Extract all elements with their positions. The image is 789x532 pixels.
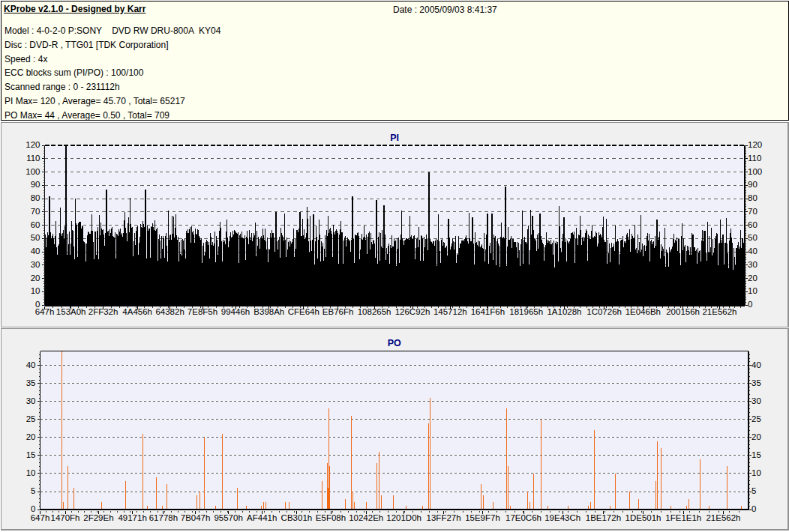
svg-text:1DE501h: 1DE501h <box>626 513 662 522</box>
svg-text:AF441h: AF441h <box>247 513 277 522</box>
svg-text:108265h: 108265h <box>358 307 392 316</box>
svg-text:1641F6h: 1641F6h <box>471 307 505 316</box>
svg-text:20: 20 <box>752 432 761 441</box>
svg-text:30: 30 <box>748 260 758 269</box>
svg-text:20: 20 <box>31 273 40 282</box>
svg-text:E5F08h: E5F08h <box>316 513 346 522</box>
svg-text:17E0C6h: 17E0C6h <box>506 513 542 522</box>
svg-text:110: 110 <box>748 154 761 163</box>
svg-text:1FE1E1h: 1FE1E1h <box>665 513 701 522</box>
svg-text:25: 25 <box>752 414 761 423</box>
svg-text:CFE64h: CFE64h <box>288 307 320 316</box>
svg-text:70: 70 <box>31 207 40 216</box>
svg-text:1E046Bh: 1E046Bh <box>626 307 661 316</box>
svg-text:13FF27h: 13FF27h <box>427 513 461 522</box>
svg-text:30: 30 <box>26 396 36 405</box>
svg-text:61778h: 61778h <box>149 513 178 522</box>
svg-text:49171h: 49171h <box>118 513 146 522</box>
svg-text:2F29Eh: 2F29Eh <box>83 513 113 522</box>
svg-text:110: 110 <box>26 154 40 163</box>
svg-text:10: 10 <box>748 286 758 295</box>
svg-text:15E9F7h: 15E9F7h <box>465 513 500 522</box>
svg-text:647h: 647h <box>31 513 50 522</box>
svg-text:1470Fh: 1470Fh <box>50 513 80 522</box>
svg-text:1201D0h: 1201D0h <box>386 513 422 522</box>
svg-text:21E562h: 21E562h <box>702 307 736 316</box>
svg-text:70: 70 <box>748 207 758 216</box>
svg-text:CB301h: CB301h <box>281 513 313 522</box>
svg-text:20: 20 <box>26 432 36 441</box>
svg-text:10242Eh: 10242Eh <box>349 513 383 522</box>
svg-text:153A0h: 153A0h <box>56 307 86 316</box>
svg-text:35: 35 <box>752 378 761 387</box>
svg-text:80: 80 <box>748 193 758 202</box>
svg-text:20: 20 <box>748 273 758 282</box>
svg-text:1BE172h: 1BE172h <box>586 513 621 522</box>
svg-text:30: 30 <box>31 260 40 269</box>
svg-text:145712h: 145712h <box>434 307 467 316</box>
svg-text:40: 40 <box>748 247 758 256</box>
svg-text:40: 40 <box>31 247 40 256</box>
svg-text:120: 120 <box>748 140 762 149</box>
svg-text:50: 50 <box>748 233 758 242</box>
svg-text:7B047h: 7B047h <box>181 513 211 522</box>
svg-text:0: 0 <box>748 300 752 309</box>
svg-text:21E562h: 21E562h <box>706 513 740 522</box>
svg-text:60: 60 <box>748 220 758 229</box>
svg-text:99446h: 99446h <box>221 307 250 316</box>
svg-text:95570h: 95570h <box>214 513 242 522</box>
svg-text:1A1028h: 1A1028h <box>547 307 581 316</box>
svg-text:35: 35 <box>26 378 36 387</box>
svg-text:7E8F5h: 7E8F5h <box>188 307 218 316</box>
svg-text:50: 50 <box>31 233 40 242</box>
svg-text:B398Ah: B398Ah <box>254 307 284 316</box>
svg-text:5: 5 <box>752 486 756 495</box>
svg-text:181965h: 181965h <box>509 307 543 316</box>
svg-text:40: 40 <box>26 360 36 369</box>
svg-text:64382h: 64382h <box>155 307 184 316</box>
svg-text:10: 10 <box>752 468 761 477</box>
svg-text:40: 40 <box>752 360 761 369</box>
svg-text:10: 10 <box>31 286 40 295</box>
svg-text:126C92h: 126C92h <box>395 307 430 316</box>
svg-text:15: 15 <box>26 450 36 459</box>
svg-text:100: 100 <box>748 167 762 176</box>
svg-text:647h: 647h <box>35 307 55 316</box>
svg-text:30: 30 <box>752 396 761 405</box>
svg-text:10: 10 <box>26 468 36 477</box>
svg-text:25: 25 <box>26 414 36 423</box>
svg-text:0: 0 <box>752 504 756 513</box>
svg-text:200156h: 200156h <box>666 307 700 316</box>
svg-text:80: 80 <box>31 193 40 202</box>
svg-text:120: 120 <box>26 140 40 149</box>
svg-text:5: 5 <box>31 486 35 495</box>
svg-text:4A456h: 4A456h <box>122 307 152 316</box>
svg-text:19E43Ch: 19E43Ch <box>544 513 580 522</box>
svg-text:EB76Fh: EB76Fh <box>322 307 354 316</box>
svg-text:1C0726h: 1C0726h <box>586 307 622 316</box>
svg-text:60: 60 <box>31 220 40 229</box>
svg-text:0: 0 <box>31 504 35 513</box>
svg-text:PI: PI <box>390 133 399 143</box>
svg-text:90: 90 <box>31 180 40 189</box>
svg-text:2FF32h: 2FF32h <box>88 307 118 316</box>
svg-text:15: 15 <box>752 450 761 459</box>
svg-text:90: 90 <box>748 180 758 189</box>
svg-text:PO: PO <box>388 338 401 348</box>
svg-text:100: 100 <box>26 167 40 176</box>
